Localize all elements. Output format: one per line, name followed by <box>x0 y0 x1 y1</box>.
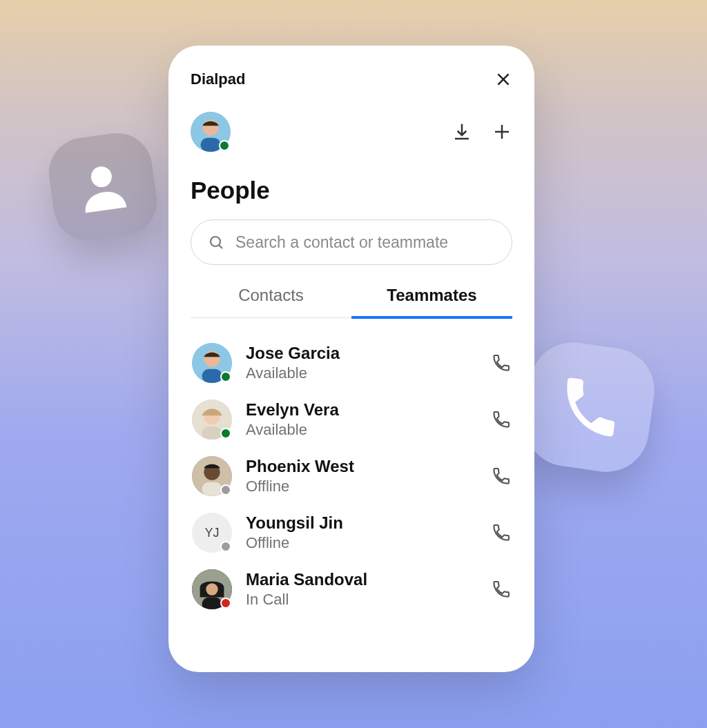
phone-icon <box>492 353 511 373</box>
phone-icon <box>492 523 511 542</box>
list-item-text: Youngsil Jin Offline <box>246 513 478 552</box>
status-indicator <box>220 541 231 552</box>
close-icon <box>494 70 512 88</box>
current-user-avatar[interactable] <box>191 112 231 152</box>
search-input[interactable] <box>235 233 495 252</box>
phone-icon <box>551 368 628 446</box>
status-indicator <box>220 371 231 382</box>
search-box[interactable] <box>191 219 512 265</box>
teammate-name: Phoenix West <box>246 457 478 476</box>
call-button[interactable] <box>492 466 511 486</box>
list-item-text: Maria Sandoval In Call <box>246 570 478 609</box>
person-icon <box>68 152 138 222</box>
header-actions <box>452 121 512 142</box>
tab-label: Teammates <box>387 286 476 304</box>
svg-rect-18 <box>202 482 222 496</box>
status-indicator <box>220 428 231 439</box>
svg-point-0 <box>90 165 113 188</box>
list-item[interactable]: Maria Sandoval In Call <box>191 561 512 618</box>
teammate-status: Offline <box>246 534 478 552</box>
profile-row <box>191 112 512 152</box>
phone-icon <box>492 580 511 599</box>
list-item[interactable]: Evelyn Vera Available <box>191 391 512 448</box>
avatar <box>192 569 232 609</box>
plus-icon <box>492 121 512 142</box>
download-icon <box>452 121 472 142</box>
list-item-text: Phoenix West Offline <box>246 457 478 495</box>
download-button[interactable] <box>452 121 472 142</box>
tabs: Contacts Teammates <box>191 286 512 318</box>
decorative-person-tile <box>44 128 161 245</box>
titlebar: Dialpad <box>191 70 512 88</box>
call-button[interactable] <box>492 410 511 429</box>
tab-label: Contacts <box>238 286 304 304</box>
svg-point-20 <box>206 583 217 595</box>
call-button[interactable] <box>492 580 511 599</box>
add-button[interactable] <box>492 121 512 142</box>
call-button[interactable] <box>492 353 511 373</box>
svg-rect-15 <box>202 426 222 440</box>
list-item[interactable]: Jose Garcia Available <box>191 335 512 391</box>
teammate-name: Maria Sandoval <box>246 570 478 589</box>
avatar <box>192 400 232 440</box>
svg-line-9 <box>219 245 222 248</box>
avatar <box>192 343 232 383</box>
close-button[interactable] <box>494 70 512 88</box>
avatar: YJ <box>192 513 232 553</box>
teammate-status: In Call <box>246 591 478 609</box>
list-item-text: Evelyn Vera Available <box>246 400 478 439</box>
status-indicator <box>219 140 230 151</box>
tab-teammates[interactable]: Teammates <box>351 286 512 317</box>
teammate-name: Evelyn Vera <box>246 400 478 420</box>
avatar <box>192 456 232 496</box>
svg-rect-12 <box>202 369 222 383</box>
tab-contacts[interactable]: Contacts <box>191 286 351 317</box>
svg-point-8 <box>211 237 220 246</box>
status-indicator <box>220 484 231 495</box>
svg-rect-21 <box>202 598 222 609</box>
teammate-status: Offline <box>246 478 478 495</box>
list-item-text: Jose Garcia Available <box>246 344 478 382</box>
teammates-list: Jose Garcia Available <box>191 335 512 618</box>
page-title: People <box>191 177 512 204</box>
list-item[interactable]: YJ Youngsil Jin Offline <box>191 504 512 561</box>
teammate-name: Youngsil Jin <box>246 513 478 533</box>
app-title: Dialpad <box>191 70 245 88</box>
search-icon <box>208 234 224 250</box>
phone-icon <box>492 466 511 486</box>
teammate-status: Available <box>246 421 478 439</box>
decorative-phone-tile <box>519 337 659 477</box>
call-button[interactable] <box>492 523 511 542</box>
list-item[interactable]: Phoenix West Offline <box>191 448 512 504</box>
people-panel: Dialpad <box>168 46 534 672</box>
svg-rect-5 <box>201 138 221 152</box>
teammate-status: Available <box>246 364 478 382</box>
teammate-name: Jose Garcia <box>246 344 478 363</box>
status-indicator <box>220 598 231 609</box>
phone-icon <box>492 410 511 429</box>
